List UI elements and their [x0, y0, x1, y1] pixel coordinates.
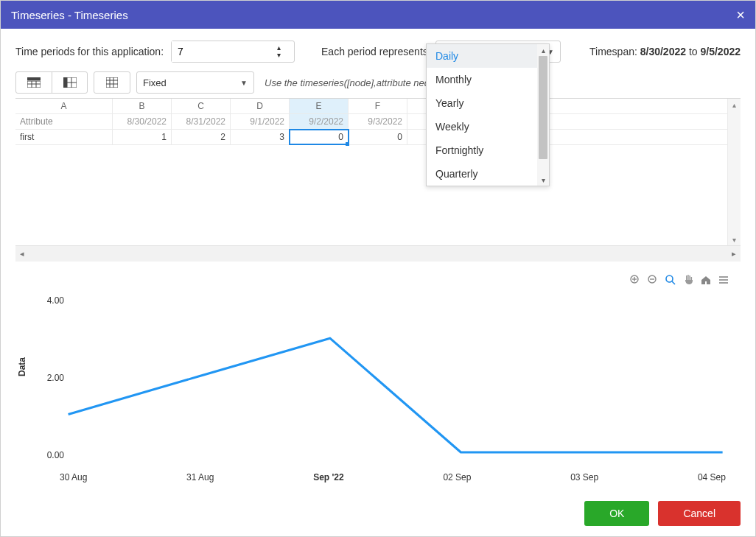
- periods-label: Time periods for this application:: [15, 46, 164, 57]
- svg-point-19: [666, 275, 673, 282]
- col-header-B[interactable]: B: [113, 99, 172, 113]
- date-cell-e[interactable]: 9/2/2022: [290, 114, 349, 129]
- pan-icon[interactable]: [682, 273, 695, 287]
- chart-area: Data 4.00 2.00 0.00 30 Aug31 AugSep '220…: [15, 273, 741, 494]
- data-cell-e-active[interactable]: 0: [290, 130, 349, 144]
- data-cell-f[interactable]: 0: [349, 130, 407, 144]
- dd-scroll-thumb[interactable]: [539, 56, 547, 159]
- xtick: 02 Sep: [443, 472, 471, 482]
- zoom-in-icon[interactable]: [629, 273, 642, 287]
- svg-rect-5: [63, 77, 67, 88]
- date-cell-b[interactable]: 8/30/2022: [113, 114, 172, 129]
- hamburger-icon[interactable]: [717, 273, 730, 287]
- dialog-title: Timeseries - Timeseries: [11, 9, 128, 21]
- dropdown-scroll[interactable]: ▴ ▾: [537, 44, 549, 186]
- col-header-F[interactable]: F: [349, 99, 407, 113]
- xtick: 04 Sep: [698, 472, 726, 482]
- period-option-daily[interactable]: Daily: [427, 44, 549, 68]
- dd-scroll-down-icon[interactable]: ▾: [537, 174, 549, 186]
- xtick: 03 Sep: [570, 472, 598, 482]
- dialog-footer: OK Cancel: [584, 501, 741, 526]
- grid-header-col-icon[interactable]: [52, 72, 87, 93]
- vscroll-track[interactable]: [728, 110, 741, 234]
- cancel-button[interactable]: Cancel: [658, 501, 741, 526]
- row-label-first[interactable]: first: [15, 130, 113, 144]
- periods-input[interactable]: [172, 41, 267, 62]
- mode-combo-value: Fixed: [143, 77, 167, 88]
- spinner-up-icon[interactable]: ▴: [277, 45, 281, 51]
- row-label-attribute[interactable]: Attribute: [15, 114, 113, 129]
- data-cell-d[interactable]: 3: [231, 130, 290, 144]
- hscroll-track[interactable]: [29, 246, 727, 262]
- xtick: 31 Aug: [186, 472, 214, 482]
- data-grid[interactable]: A B C D E F Attribute 8/30/2022 8/31/202…: [15, 99, 727, 245]
- xtick: Sep '22: [313, 472, 344, 482]
- dd-scroll-up-icon[interactable]: ▴: [537, 44, 549, 56]
- chart-ylabel: Data: [17, 357, 27, 376]
- scroll-down-icon[interactable]: ▾: [728, 234, 741, 245]
- data-cell-b[interactable]: 1: [113, 130, 172, 144]
- grid-data-row: first 1 2 3 0 0: [15, 130, 727, 145]
- col-header-C[interactable]: C: [172, 99, 231, 113]
- period-dropdown: DailyMonthlyYearlyWeeklyFortnightlyQuart…: [426, 43, 550, 186]
- ok-button[interactable]: OK: [584, 501, 649, 526]
- spinner-down-icon[interactable]: ▾: [277, 52, 281, 58]
- period-option-monthly[interactable]: Monthly: [427, 68, 549, 91]
- zoom-out-icon[interactable]: [646, 273, 659, 287]
- home-icon[interactable]: [699, 273, 713, 287]
- date-cell-c[interactable]: 8/31/2022: [172, 114, 231, 129]
- chart-toolbar: [629, 273, 730, 287]
- grid-date-row: Attribute 8/30/2022 8/31/2022 9/1/2022 9…: [15, 114, 727, 130]
- scroll-up-icon[interactable]: ▴: [728, 99, 741, 110]
- config-row: Time periods for this application: ▴ ▾ E…: [15, 41, 741, 63]
- chart-svg[interactable]: [30, 288, 730, 485]
- each-period-label: Each period represents: [321, 46, 428, 57]
- data-cell-c[interactable]: 2: [172, 130, 231, 144]
- dialog-body: Time periods for this application: ▴ ▾ E…: [1, 29, 755, 494]
- col-header-E[interactable]: E: [290, 99, 349, 113]
- period-dropdown-list: DailyMonthlyYearlyWeeklyFortnightlyQuart…: [427, 44, 549, 186]
- spinner-arrows: ▴ ▾: [267, 45, 290, 58]
- period-option-weekly[interactable]: Weekly: [427, 115, 549, 138]
- period-option-quarterly[interactable]: Quarterly: [427, 162, 549, 186]
- svg-rect-0: [27, 77, 41, 80]
- period-option-yearly[interactable]: Yearly: [427, 91, 549, 115]
- grid-header-row-icon[interactable]: [16, 72, 52, 93]
- close-icon[interactable]: ×: [736, 7, 745, 22]
- data-grid-wrap: A B C D E F Attribute 8/30/2022 8/31/202…: [15, 98, 741, 245]
- grid-vscroll[interactable]: ▴ ▾: [727, 99, 741, 245]
- scroll-left-icon[interactable]: ◂: [15, 249, 29, 259]
- grid-icon[interactable]: [94, 72, 130, 93]
- timespan-start: 8/30/2022: [640, 46, 686, 57]
- timeseries-dialog: Timeseries - Timeseries × Time periods f…: [0, 0, 756, 537]
- timespan-label: Timespan: 8/30/2022 to 9/5/2022: [589, 46, 741, 57]
- svg-rect-9: [106, 77, 118, 88]
- date-cell-f[interactable]: 9/3/2022: [349, 114, 407, 129]
- toolbar-row: Fixed ▼ Use the timeseries([node],attrib…: [15, 71, 741, 94]
- mode-combo[interactable]: Fixed ▼: [136, 71, 254, 94]
- titlebar: Timeseries - Timeseries ×: [1, 1, 755, 29]
- grid-single-group: [94, 71, 130, 94]
- svg-line-20: [672, 281, 675, 284]
- col-header-A[interactable]: A: [15, 99, 113, 113]
- col-header-D[interactable]: D: [231, 99, 290, 113]
- chart-xticks: 30 Aug31 AugSep '2202 Sep03 Sep04 Sep: [60, 472, 726, 482]
- date-cell-d[interactable]: 9/1/2022: [231, 114, 290, 129]
- zoom-rect-icon[interactable]: [664, 273, 677, 287]
- scroll-right-icon[interactable]: ▸: [727, 249, 741, 259]
- period-option-fortnightly[interactable]: Fortnightly: [427, 138, 549, 162]
- timespan-prefix: Timespan:: [589, 46, 640, 57]
- caret-down-icon: ▼: [240, 79, 248, 87]
- grid-col-header-row: A B C D E F: [15, 99, 727, 114]
- timespan-to: to: [686, 46, 700, 57]
- timespan-end: 9/5/2022: [701, 46, 741, 57]
- header-toggle-group: [15, 71, 88, 94]
- periods-spinner[interactable]: ▴ ▾: [171, 41, 295, 63]
- xtick: 30 Aug: [60, 472, 87, 482]
- grid-hscroll[interactable]: ◂ ▸: [15, 245, 741, 262]
